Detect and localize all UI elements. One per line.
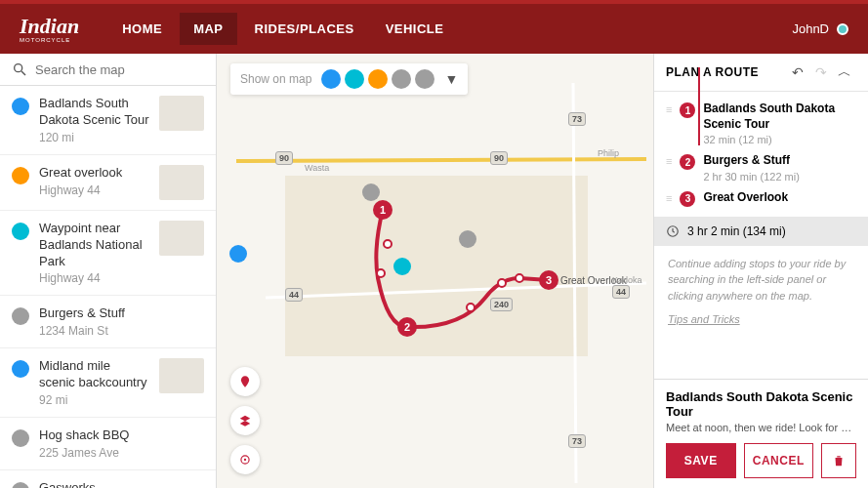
collapse-button[interactable]: ︿ — [833, 63, 856, 81]
list-item[interactable]: Midland mile scenic backcountry 92 mi — [0, 348, 216, 418]
nav-home[interactable]: HOME — [108, 13, 176, 45]
item-title: Waypoint near Badlands National Park — [39, 221, 149, 270]
list-item[interactable]: Waypoint near Badlands National Park Hig… — [0, 211, 216, 297]
highway-shield: 90 — [490, 151, 508, 165]
item-subtitle: 1234 Main St — [39, 324, 204, 338]
svg-text:3: 3 — [546, 274, 552, 286]
route-stop[interactable]: ≡ 2 Burgers & Stuff 2 hr 30 min (122 mi) — [654, 149, 868, 186]
map-svg: 1 2 3 Great Overlook Philip Wasta Kadoka — [217, 54, 653, 488]
detail-title: Badlands South Dakota Scenic Tour — [666, 389, 856, 419]
tool-layers[interactable] — [230, 406, 260, 435]
route-stop[interactable]: ≡ 1 Badlands South Dakota Scenic Tour 32… — [654, 98, 868, 149]
stop-number: 1 — [680, 102, 695, 118]
item-subtitle: 120 mi — [39, 131, 149, 144]
item-subtitle: Highway 44 — [39, 271, 149, 285]
filter-expand-icon[interactable]: ▼ — [444, 71, 458, 87]
clock-icon — [666, 224, 680, 238]
svg-text:Kadoka: Kadoka — [612, 275, 642, 285]
filter-routes-icon[interactable] — [321, 69, 341, 89]
svg-text:1: 1 — [380, 204, 386, 216]
stop-meta: 2 hr 30 min (122 mi) — [703, 171, 856, 183]
drag-handle-icon[interactable]: ≡ — [666, 190, 672, 206]
map-poi-food-icon[interactable] — [459, 230, 476, 248]
nav-vehicle[interactable]: VEHICLE — [372, 13, 458, 45]
item-title: Gasworks — [39, 480, 204, 488]
photo-icon — [12, 167, 29, 184]
interstate-90 — [236, 159, 646, 161]
stop-title: Badlands South Dakota Scenic Tour — [703, 102, 856, 132]
poi-icon — [12, 482, 29, 488]
svg-text:Wasta: Wasta — [305, 163, 329, 173]
highway-shield: 90 — [275, 151, 293, 165]
list-item[interactable]: Hog shack BBQ 225 James Ave — [0, 418, 216, 470]
item-title: Burgers & Stuff — [39, 305, 204, 322]
list-item[interactable]: Badlands South Dakota Scenic Tour 120 mi — [0, 86, 216, 155]
highway-shield: 44 — [612, 285, 630, 299]
filter-waypoints-icon[interactable] — [345, 69, 364, 89]
svg-point-8 — [498, 279, 506, 287]
poi-icon — [12, 429, 29, 447]
route-icon — [12, 360, 29, 378]
filter-photos-icon[interactable] — [368, 69, 388, 89]
drag-handle-icon[interactable]: ≡ — [666, 153, 672, 169]
svg-point-0 — [15, 64, 22, 72]
tool-drop-pin[interactable] — [230, 367, 260, 396]
trash-icon — [832, 454, 846, 468]
map-tools — [230, 367, 260, 474]
route-hint: Continue adding stops to your ride by se… — [654, 246, 868, 314]
cancel-button[interactable]: CANCEL — [744, 443, 814, 478]
svg-point-6 — [377, 269, 385, 277]
item-thumbnail — [159, 221, 204, 256]
svg-line-1 — [21, 71, 25, 75]
item-subtitle: Highway 44 — [39, 183, 149, 197]
map-filter-bar: Show on map ▼ — [230, 63, 468, 95]
item-thumbnail — [159, 358, 204, 393]
list-item[interactable]: Burgers & Stuff 1234 Main St — [0, 296, 216, 348]
item-title: Hog shack BBQ — [39, 427, 204, 444]
drag-handle-icon[interactable]: ≡ — [666, 102, 672, 117]
results-list: Badlands South Dakota Scenic Tour 120 mi… — [0, 86, 216, 488]
route-panel-title: PLAN A ROUTE — [666, 65, 786, 79]
list-item[interactable]: Great overlook Highway 44 — [0, 155, 216, 211]
filter-food-icon[interactable] — [392, 69, 411, 89]
search-icon — [12, 61, 27, 77]
route-stop[interactable]: ≡ 3 Great Overlook — [654, 186, 868, 211]
stop-number: 2 — [680, 154, 695, 170]
list-item[interactable]: Gasworks 33 Wabash St — [0, 470, 216, 488]
stop-title: Great Overlook — [703, 190, 856, 206]
redo-button[interactable]: ↷ — [809, 64, 833, 80]
nav-rides-places[interactable]: RIDES/PLACES — [241, 13, 368, 45]
undo-button[interactable]: ↶ — [786, 64, 809, 80]
map-poi-route-icon[interactable] — [229, 245, 247, 263]
filter-label: Show on map — [240, 72, 311, 86]
search-bar[interactable] — [0, 54, 216, 86]
route-total: 3 hr 2 min (134 mi) — [654, 217, 868, 246]
map-canvas[interactable]: Show on map ▼ 1 2 3 — [217, 54, 653, 488]
map-waypoint-icon[interactable] — [393, 258, 411, 275]
search-input[interactable] — [35, 62, 204, 77]
route-stops-list: ≡ 1 Badlands South Dakota Scenic Tour 32… — [654, 92, 868, 217]
nav-map[interactable]: MAP — [180, 13, 236, 45]
brand-logo: Indian MOTORCYCLE — [20, 16, 79, 43]
user-menu[interactable]: JohnD — [792, 21, 848, 36]
item-title: Badlands South Dakota Scenic Tour — [39, 96, 149, 129]
save-button[interactable]: SAVE — [666, 443, 736, 478]
route-total-text: 3 hr 2 min (134 mi) — [687, 224, 786, 238]
item-subtitle: 225 James Ave — [39, 446, 204, 460]
search-sidebar: Badlands South Dakota Scenic Tour 120 mi… — [0, 54, 217, 488]
tips-link[interactable]: Tips and Tricks — [654, 313, 868, 335]
main-nav: HOME MAP RIDES/PLACES VEHICLE — [108, 13, 457, 45]
top-nav: Indian MOTORCYCLE HOME MAP RIDES/PLACES … — [0, 0, 868, 54]
delete-button[interactable] — [821, 443, 856, 478]
user-name: JohnD — [792, 21, 829, 36]
route-icon — [12, 98, 29, 115]
filter-gas-icon[interactable] — [415, 69, 434, 89]
highway-shield: 73 — [568, 434, 586, 448]
tool-locate[interactable] — [230, 445, 260, 474]
map-poi-gas-icon[interactable] — [362, 183, 380, 201]
highway-shield: 240 — [490, 298, 513, 311]
stop-meta: 32 min (12 mi) — [703, 134, 856, 145]
item-title: Midland mile scenic backcountry — [39, 358, 149, 391]
svg-point-9 — [516, 274, 523, 282]
route-detail-card: Badlands South Dakota Scenic Tour Meet a… — [654, 379, 868, 488]
